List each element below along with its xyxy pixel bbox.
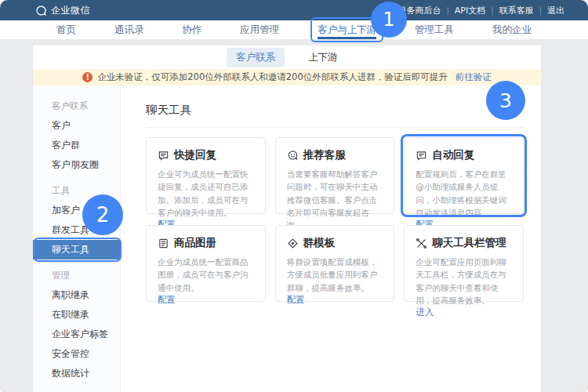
content-row: 客户联系 客户 客户群 客户朋友圈 工具 加客户 群发工具 聊天工具 管理 离职… [33,85,541,392]
quick-reply-icon [158,150,169,162]
nav-item-management-tools[interactable]: 管理工具 [415,20,454,39]
divider: | [491,6,493,15]
card-description: 将群设置项配置成模板，方便成员批量应用到客户群聊，提高服务效率。 [287,256,383,294]
sidebar-header-management: 管理 [33,266,120,285]
main-panel: 聊天工具 快捷回复 企业可为成员统一配置快捷回复，成员还可自己添加。添加后，成员… [121,85,541,392]
page-title: 聊天工具 [146,103,524,118]
nav-item-app-management[interactable]: 应用管理 [240,20,279,39]
divider: | [446,6,448,15]
sidebar: 客户联系 客户 客户群 客户朋友圈 工具 加客户 群发工具 聊天工具 管理 离职… [33,85,121,392]
wecom-admin-window: 企业微信 服务商后台 | API文档 | 联系客服 | 退出 首页 通讯录 协作… [0,0,588,392]
card-title: 推荐客服 [303,148,346,162]
banner-text: 企业未验证，仅可添加200位外部联系人和邀请200位外部联系人进群，验证后即可提… [97,71,447,83]
card-chat-toolbar-management: 聊天工具栏管理 企业可配置应用页面到聊天工具栏，方便成员在与客户的聊天中查看和使… [404,225,524,302]
tool-cards: 快捷回复 企业可为成员统一配置快捷回复，成员还可自己添加。添加后，成员可在与客户… [146,137,524,302]
sidebar-item-data-statistics[interactable]: 数据统计 [33,364,120,383]
annotation-step-2: 2 [82,194,123,235]
title-divider [146,127,524,128]
configure-link[interactable]: 配置 [287,294,383,306]
primary-nav: 首页 通讯录 协作 应用管理 客户与上下游 管理工具 我的企业 [0,20,588,39]
card-head: 商品图册 [158,236,254,250]
tab-upstream-downstream[interactable]: 上下游 [299,48,347,67]
product-catalog-icon [158,238,169,249]
card-product-catalog: 商品图册 企业为成员统一配置商品图册，成员可在与客户沟通中使用。 配置 [146,225,266,302]
card-head: 推荐客服 [287,148,383,162]
sidebar-item-customers[interactable]: 客户 [33,116,120,136]
card-title: 群模板 [303,236,336,250]
sidebar-item-customer-groups[interactable]: 客户群 [33,136,120,155]
card-description: 当需要客服帮助解答客户问题时，可在聊天中主动推荐微信客服。客户点击名片即可向客服… [287,168,383,231]
sidebar-item-active-inheritance[interactable]: 在职继承 [33,305,120,325]
toolbar-manage-icon [416,238,427,249]
card-group-template: 群模板 将群设置项配置成模板，方便成员批量应用到客户群聊，提高服务效率。 配置 [275,225,395,302]
card-head: 聊天工具栏管理 [416,236,512,250]
sidebar-header-customer-contact: 客户联系 [33,96,120,116]
sidebar-item-label: 聊天工具 [52,244,89,255]
annotation-step-1: 1 [371,2,407,38]
sidebar-item-resigned-inheritance[interactable]: 离职继承 [33,285,120,305]
divider: | [539,6,542,15]
tab-customer-contact[interactable]: 客户联系 [227,48,285,67]
nav-item-my-company[interactable]: 我的企业 [492,20,532,39]
card-head: 群模板 [287,236,383,250]
api-docs-link[interactable]: API文档 [455,5,485,16]
logo-text: 企业微信 [51,4,90,17]
wecom-bubble-icon [35,5,47,16]
card-description: 企业为成员统一配置商品图册，成员可在与客户沟通中使用。 [158,256,254,294]
card-head: 快捷回复 [158,148,254,162]
configure-link[interactable]: 配置 [158,294,254,306]
card-description: 配置规则后，客户在群里@小助理或服务人员提问，小助理将根据关键词自动发送消息内容… [416,168,512,219]
card-title: 自动回复 [432,148,474,162]
warning-icon: ! [82,72,93,82]
recommend-service-icon [287,150,299,162]
secondary-tabs: 客户联系 上下游 [33,45,541,69]
nav-item-collaboration[interactable]: 协作 [182,20,201,39]
card-head: 自动回复 [416,148,512,162]
card-recommend-service: 推荐客服 当需要客服帮助解答客户问题时，可在聊天中主动推荐微信客服。客户点击名片… [275,137,395,214]
card-title: 聊天工具栏管理 [432,236,506,250]
contact-support-link[interactable]: 联系客服 [499,5,534,16]
auto-reply-icon [416,150,427,162]
card-quick-reply: 快捷回复 企业可为成员统一配置快捷回复，成员还可自己添加。添加后，成员可在与客户… [146,137,266,214]
topbar: 企业微信 服务商后台 | API文档 | 联系客服 | 退出 [0,0,588,20]
nav-item-contacts[interactable]: 通讯录 [114,20,144,39]
group-template-icon [287,238,299,249]
topbar-links: 服务商后台 | API文档 | 联系客服 | 退出 [397,5,564,16]
card-title: 商品图册 [174,236,216,250]
sidebar-item-corp-customer-tags[interactable]: 企业客户标签 [33,325,120,344]
nav-item-label: 客户与上下游 [318,24,376,35]
nav-item-home[interactable]: 首页 [56,20,76,39]
sidebar-item-customer-moments[interactable]: 客户朋友圈 [33,155,120,175]
go-verify-link[interactable]: 前往验证 [456,71,492,83]
enter-link[interactable]: 进入 [416,307,512,318]
wecom-logo[interactable]: 企业微信 [35,4,90,17]
annotation-step-3: 3 [486,81,525,120]
card-description: 企业可为成员统一配置快捷回复，成员还可自己添加。添加后，成员可在与客户的聊天中使… [158,168,254,219]
sidebar-item-chat-tools[interactable]: 聊天工具 [33,240,120,260]
card-description: 企业可配置应用页面到聊天工具栏，方便成员在与客户的聊天中查看和使用，提高服务效率… [416,256,512,307]
logout-link[interactable]: 退出 [547,5,564,16]
nav-item-customers-upstream-downstream[interactable]: 客户与上下游 [318,20,376,39]
card-auto-reply: 自动回复 配置规则后，客户在群里@小助理或服务人员提问，小助理将根据关键词自动发… [404,137,524,214]
sidebar-item-security-control[interactable]: 安全管控 [33,344,120,364]
card-title: 快捷回复 [174,148,216,162]
verification-banner: ! 企业未验证，仅可添加200位外部联系人和邀请200位外部联系人进群，验证后即… [33,69,541,85]
